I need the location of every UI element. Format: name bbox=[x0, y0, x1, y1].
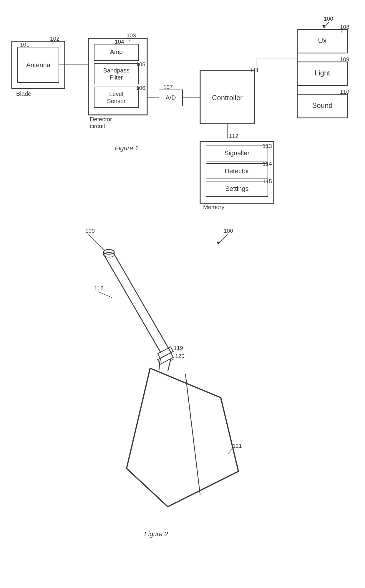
svg-line-50 bbox=[228, 449, 232, 454]
ref120: 120 bbox=[175, 353, 185, 359]
svg-line-19 bbox=[341, 30, 342, 33]
settings-label: Settings bbox=[225, 185, 249, 192]
ref118: 118 bbox=[94, 285, 104, 291]
ref109-fig2: 109 bbox=[85, 228, 95, 234]
svg-line-5 bbox=[130, 39, 130, 41]
svg-line-47 bbox=[185, 374, 200, 495]
svg-line-2 bbox=[52, 42, 54, 44]
svg-line-41 bbox=[114, 254, 171, 352]
bandpass-label-2: Filter bbox=[110, 74, 123, 81]
ref108: 108 bbox=[340, 24, 349, 30]
ref102: 102 bbox=[50, 36, 59, 42]
svg-marker-46 bbox=[127, 368, 238, 507]
figure2-caption: Figure 2 bbox=[144, 530, 168, 538]
ref109-fig1: 109 bbox=[340, 56, 349, 62]
diagram-container: Antenna Blade 101 102 103 Amp 104 Bandpa… bbox=[0, 0, 365, 588]
ref121: 121 bbox=[233, 443, 242, 449]
bandpass-label-1: Bandpass bbox=[103, 67, 130, 74]
ref100-fig2: 100 bbox=[224, 228, 233, 234]
ref100-fig1: 100 bbox=[324, 16, 333, 22]
svg-line-20 bbox=[324, 22, 329, 28]
detector-circuit-label-2: circuit bbox=[90, 123, 105, 129]
svg-rect-7 bbox=[94, 63, 138, 84]
ref115: 115 bbox=[263, 178, 272, 184]
svg-line-32 bbox=[218, 234, 228, 245]
antenna-label: Antenna bbox=[26, 61, 51, 69]
detector-circuit-label-1: Detector bbox=[90, 116, 112, 123]
ref114: 114 bbox=[263, 161, 272, 167]
svg-line-49 bbox=[168, 359, 171, 371]
svg-line-39 bbox=[98, 292, 112, 298]
svg-line-34 bbox=[88, 234, 104, 250]
ref103: 103 bbox=[127, 32, 136, 39]
blade-label: Blade bbox=[16, 90, 31, 97]
ux-label: Ux bbox=[318, 37, 326, 44]
ref111: 111 bbox=[250, 67, 259, 73]
ref101: 101 bbox=[20, 42, 29, 48]
sound-label: Sound bbox=[312, 101, 332, 109]
svg-point-35 bbox=[104, 250, 114, 254]
ad-label: A/D bbox=[165, 94, 176, 101]
ref119: 119 bbox=[174, 345, 183, 351]
ref112: 112 bbox=[229, 133, 238, 139]
light-label: Light bbox=[315, 69, 330, 77]
amp-label: Amp bbox=[110, 48, 122, 55]
ref106: 106 bbox=[136, 85, 145, 91]
svg-line-40 bbox=[104, 254, 160, 352]
level-label-2: Sensor bbox=[107, 98, 126, 104]
ref107: 107 bbox=[163, 84, 173, 90]
detector-label: Detector bbox=[225, 167, 249, 175]
ref104: 104 bbox=[115, 39, 124, 45]
ref110: 110 bbox=[340, 89, 349, 95]
svg-rect-8 bbox=[94, 87, 138, 108]
controller-label: Controller bbox=[212, 94, 243, 102]
memory-label: Memory bbox=[203, 204, 224, 210]
figure1-caption: Figure 1 bbox=[115, 144, 139, 152]
ref113: 113 bbox=[263, 143, 272, 149]
level-label-1: Level bbox=[109, 91, 123, 97]
signaller-label: Signaller bbox=[224, 149, 250, 157]
ref105: 105 bbox=[136, 61, 145, 67]
